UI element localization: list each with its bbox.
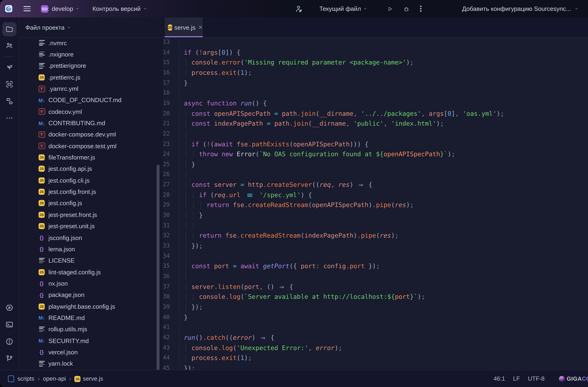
file-row[interactable]: M↓CONTRIBUTING.md <box>19 117 163 129</box>
project-panel-header[interactable]: Файл проекта <box>19 17 163 38</box>
encoding[interactable]: UTF-8 <box>528 375 545 382</box>
code-line[interactable]: 26│ <box>163 170 588 180</box>
code-line[interactable]: 16│ process.exit(1); <box>163 68 588 78</box>
gigacode-logo-icon[interactable]: GIGACODE <box>559 375 588 382</box>
code-line[interactable]: 30│ │ } <box>163 210 588 220</box>
line-number[interactable]: 33 <box>163 241 170 251</box>
tab-close-icon[interactable]: ✕ <box>198 24 203 30</box>
line-number[interactable]: 43 <box>163 343 170 353</box>
file-row[interactable]: Ydocker-compose.dev.yml <box>19 129 163 140</box>
line-number[interactable]: 22 <box>163 129 170 139</box>
file-row[interactable]: .prettierignore <box>19 60 163 71</box>
file-row[interactable]: M↓README.md <box>19 312 163 323</box>
line-number[interactable]: 17 <box>163 78 170 88</box>
line-number[interactable]: 15 <box>163 58 170 68</box>
line-number[interactable]: 40 <box>163 312 170 322</box>
project-scrollbar[interactable] <box>156 165 159 370</box>
caret-position[interactable]: 46:1 <box>494 375 505 382</box>
breadcrumb-serve-js[interactable]: serve.js <box>83 375 103 382</box>
code-line[interactable]: 44│ process.exit(1); <box>163 353 588 363</box>
code-line[interactable]: 20│ const openAPISpecPath = path.join(__… <box>163 108 588 119</box>
line-number[interactable]: 41 <box>163 322 170 333</box>
line-number[interactable]: 27 <box>163 180 170 190</box>
code-line[interactable]: 17} <box>163 78 588 88</box>
code-area[interactable]: 1314if (!args[0]) {15│ console.error('Mi… <box>163 37 588 370</box>
line-ending[interactable]: LF <box>513 375 520 382</box>
code-line[interactable]: 36│ <box>163 272 588 282</box>
file-row[interactable]: Ycodecov.yml <box>19 106 163 117</box>
file-row[interactable]: Y.yarnrc.yml <box>19 83 163 94</box>
file-row[interactable]: M↓SECURITY.md <box>19 335 163 346</box>
project-badge[interactable]: SD <box>41 5 48 12</box>
code-line[interactable]: 18 <box>163 88 588 98</box>
file-row[interactable]: JSjest.config.js <box>19 197 163 209</box>
line-number[interactable]: 38 <box>163 292 170 302</box>
file-row[interactable]: rollup.utils.mjs <box>19 323 163 335</box>
code-line[interactable]: 14if (!args[0]) { <box>163 47 588 58</box>
file-row[interactable]: Ydocker-compose.test.yml <box>19 140 163 152</box>
file-row[interactable]: .nvmrc <box>19 37 163 49</box>
code-line[interactable]: 29│ │ │ return fse.createReadStream(open… <box>163 200 588 211</box>
seedling-icon[interactable] <box>2 60 16 74</box>
line-number[interactable]: 39 <box>163 302 170 312</box>
line-number[interactable]: 25 <box>163 159 170 170</box>
line-number[interactable]: 45 <box>163 363 170 370</box>
file-row[interactable]: JSjest-preset.front.js <box>19 209 163 220</box>
code-line[interactable]: 27│ const server = http.createServer((re… <box>163 180 588 190</box>
line-number[interactable]: 26 <box>163 170 170 180</box>
code-line[interactable]: 31│ │ <box>163 220 588 231</box>
file-row[interactable]: {}vercel.json <box>19 346 163 358</box>
breadcrumb-open-api[interactable]: open-api <box>43 375 66 382</box>
structure-icon[interactable] <box>2 94 16 108</box>
file-row[interactable]: {}jsconfig.json <box>19 232 163 243</box>
vcs-menu[interactable]: Контроль версий <box>92 5 141 12</box>
user-leaf-icon[interactable] <box>294 4 303 13</box>
file-row[interactable]: M↓CODE_OF_CONDUCT.md <box>19 94 163 106</box>
more-icon[interactable] <box>2 111 16 125</box>
add-configuration[interactable]: Добавить конфигурацию Sourcesync... <box>462 5 571 12</box>
line-number[interactable]: 32 <box>163 231 170 241</box>
file-row[interactable]: {}package.json <box>19 289 163 301</box>
debug-icon[interactable] <box>403 5 410 12</box>
line-number[interactable]: 21 <box>163 119 170 129</box>
line-number[interactable]: 19 <box>163 98 170 108</box>
code-line[interactable]: 42run().catch((error) ⇒ { <box>163 333 588 343</box>
run-config-selector[interactable]: Текущий файл <box>319 5 361 12</box>
code-line[interactable]: 28│ │ if (req.url ≡ '/spec.yml') { <box>163 190 588 200</box>
hamburger-menu-icon[interactable] <box>23 6 31 11</box>
code-line[interactable]: 24│ │ throw new Error(`No OAS configurat… <box>163 149 588 159</box>
file-row[interactable]: {}nx.json <box>19 278 163 289</box>
file-row[interactable]: yarn.lock <box>19 358 163 369</box>
services-run-icon[interactable] <box>2 301 16 315</box>
code-line[interactable]: 37│ server.listen(port, () ⇒ { <box>163 282 588 292</box>
line-number[interactable]: 34 <box>163 251 170 261</box>
line-number[interactable]: 44 <box>163 353 170 363</box>
line-number[interactable]: 35 <box>163 261 170 272</box>
code-line[interactable]: 43│ console.log('Unexpected Error:', err… <box>163 343 588 353</box>
file-row[interactable]: JS.prettierrc.js <box>19 71 163 83</box>
code-line[interactable]: 15│ console.error('Missing required para… <box>163 58 588 68</box>
line-number[interactable]: 28 <box>163 190 170 200</box>
file-row[interactable]: {}lerna.json <box>19 243 163 255</box>
line-number[interactable]: 13 <box>163 37 170 47</box>
file-row[interactable]: JSjest.config.api.js <box>19 163 163 174</box>
problems-icon[interactable] <box>2 335 16 349</box>
file-row[interactable]: .nxignore <box>19 49 163 60</box>
file-row[interactable]: LICENSE <box>19 255 163 266</box>
line-number[interactable]: 42 <box>163 333 170 343</box>
project-folder-icon[interactable] <box>2 22 16 36</box>
code-line[interactable]: 19async function run() { <box>163 98 588 108</box>
line-number[interactable]: 37 <box>163 282 170 292</box>
line-number[interactable]: 24 <box>163 149 170 159</box>
code-line[interactable]: 32│ │ return fse.createReadStream(indexP… <box>163 231 588 241</box>
line-number[interactable]: 23 <box>163 139 170 149</box>
code-line[interactable]: 34│ <box>163 251 588 261</box>
file-row[interactable]: JSjest.config.cli.js <box>19 175 163 186</box>
code-line[interactable]: 39│ }); <box>163 302 588 312</box>
line-number[interactable]: 30 <box>163 210 170 220</box>
line-number[interactable]: 31 <box>163 220 170 231</box>
code-line[interactable]: 33│ }); <box>163 241 588 251</box>
file-row[interactable]: JSjest.config.front.js <box>19 186 163 197</box>
code-line[interactable]: 38│ │ console.log(`Server available at h… <box>163 292 588 302</box>
line-number[interactable]: 36 <box>163 272 170 282</box>
